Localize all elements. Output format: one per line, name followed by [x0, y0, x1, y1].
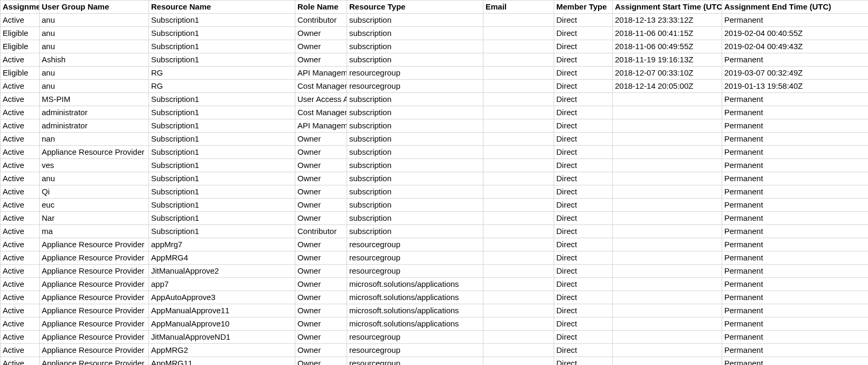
- cell[interactable]: Subscription1: [149, 14, 295, 27]
- cell[interactable]: subscription: [347, 93, 483, 106]
- cell[interactable]: Owner: [295, 53, 347, 67]
- cell[interactable]: RG: [149, 67, 295, 80]
- cell[interactable]: AppMRG11: [149, 357, 295, 366]
- table-row[interactable]: ActivenanSubscription1OwnersubscriptionD…: [1, 133, 869, 146]
- table-row[interactable]: ActiveMS-PIMSubscription1User Access Adm…: [1, 93, 869, 106]
- cell[interactable]: [613, 159, 722, 172]
- cell[interactable]: Subscription1: [149, 106, 295, 119]
- cell[interactable]: Permanent: [722, 238, 869, 251]
- cell[interactable]: subscription: [347, 119, 483, 133]
- cell[interactable]: nan: [40, 133, 149, 146]
- col-assignment[interactable]: Assignment: [1, 1, 40, 14]
- col-resource-type[interactable]: Resource Type: [347, 1, 483, 14]
- cell[interactable]: Active: [1, 199, 40, 212]
- table-row[interactable]: ActiveAppliance Resource Providerapp7Own…: [1, 278, 869, 291]
- cell[interactable]: Permanent: [722, 146, 869, 159]
- cell[interactable]: Permanent: [722, 317, 869, 331]
- cell[interactable]: 2018-11-19 19:16:13Z: [613, 53, 722, 67]
- table-row[interactable]: ActiveAppliance Resource ProviderappMrg7…: [1, 238, 869, 251]
- cell[interactable]: Owner: [295, 27, 347, 40]
- cell[interactable]: Eligible: [1, 67, 40, 80]
- table-row[interactable]: ActivevesSubscription1OwnersubscriptionD…: [1, 159, 869, 172]
- cell[interactable]: AppManualApprove10: [149, 317, 295, 331]
- table-row[interactable]: EligibleanuRGAPI Managementresourcegroup…: [1, 67, 869, 80]
- cell[interactable]: Direct: [554, 278, 613, 291]
- cell[interactable]: [613, 119, 722, 133]
- table-row[interactable]: ActiveQiSubscription1OwnersubscriptionDi…: [1, 185, 869, 199]
- cell[interactable]: Owner: [295, 317, 347, 331]
- cell[interactable]: Permanent: [722, 304, 869, 317]
- cell[interactable]: Active: [1, 93, 40, 106]
- cell[interactable]: Appliance Resource Provider: [40, 251, 149, 265]
- cell[interactable]: resourcegroup: [347, 357, 483, 366]
- cell[interactable]: AppAutoApprove3: [149, 291, 295, 304]
- cell[interactable]: Active: [1, 212, 40, 225]
- table-row[interactable]: ActiveAppliance Resource ProviderAppMRG1…: [1, 357, 869, 366]
- cell[interactable]: Permanent: [722, 265, 869, 278]
- cell[interactable]: [483, 344, 554, 357]
- cell[interactable]: [613, 265, 722, 278]
- cell[interactable]: Active: [1, 304, 40, 317]
- cell[interactable]: Active: [1, 357, 40, 366]
- cell[interactable]: [483, 159, 554, 172]
- cell[interactable]: [483, 80, 554, 93]
- cell[interactable]: Permanent: [722, 93, 869, 106]
- cell[interactable]: [613, 331, 722, 344]
- cell[interactable]: Direct: [554, 199, 613, 212]
- cell[interactable]: Owner: [295, 357, 347, 366]
- cell[interactable]: Cost Management: [295, 80, 347, 93]
- col-assignment-end[interactable]: Assignment End Time (UTC): [722, 1, 869, 14]
- cell[interactable]: Subscription1: [149, 159, 295, 172]
- table-row[interactable]: ActiveanuSubscription1Contributorsubscri…: [1, 14, 869, 27]
- cell[interactable]: Permanent: [722, 53, 869, 67]
- cell[interactable]: [483, 119, 554, 133]
- cell[interactable]: [483, 133, 554, 146]
- cell[interactable]: Owner: [295, 291, 347, 304]
- cell[interactable]: Permanent: [722, 159, 869, 172]
- table-row[interactable]: EligibleanuSubscription1Ownersubscriptio…: [1, 40, 869, 53]
- cell[interactable]: Owner: [295, 304, 347, 317]
- cell[interactable]: microsoft.solutions/applications: [347, 291, 483, 304]
- cell[interactable]: [613, 238, 722, 251]
- cell[interactable]: Permanent: [722, 344, 869, 357]
- cell[interactable]: 2019-02-04 00:49:43Z: [722, 40, 869, 53]
- cell[interactable]: [483, 331, 554, 344]
- cell[interactable]: 2018-11-06 00:49:55Z: [613, 40, 722, 53]
- cell[interactable]: Qi: [40, 185, 149, 199]
- cell[interactable]: Direct: [554, 357, 613, 366]
- cell[interactable]: JitManualApprove2: [149, 265, 295, 278]
- cell[interactable]: [483, 225, 554, 238]
- cell[interactable]: subscription: [347, 106, 483, 119]
- cell[interactable]: Direct: [554, 106, 613, 119]
- cell[interactable]: Permanent: [722, 185, 869, 199]
- cell[interactable]: resourcegroup: [347, 265, 483, 278]
- cell[interactable]: [483, 304, 554, 317]
- cell[interactable]: Direct: [554, 291, 613, 304]
- cell[interactable]: euc: [40, 199, 149, 212]
- cell[interactable]: Eligible: [1, 40, 40, 53]
- cell[interactable]: Direct: [554, 331, 613, 344]
- cell[interactable]: [483, 172, 554, 185]
- cell[interactable]: Permanent: [722, 331, 869, 344]
- cell[interactable]: Owner: [295, 199, 347, 212]
- cell[interactable]: resourcegroup: [347, 251, 483, 265]
- cell[interactable]: JitManualApproveND1: [149, 331, 295, 344]
- cell[interactable]: Active: [1, 53, 40, 67]
- cell[interactable]: [613, 251, 722, 265]
- cell[interactable]: Permanent: [722, 357, 869, 366]
- col-member-type[interactable]: Member Type: [554, 1, 613, 14]
- cell[interactable]: [483, 27, 554, 40]
- cell[interactable]: Active: [1, 278, 40, 291]
- cell[interactable]: Direct: [554, 133, 613, 146]
- cell[interactable]: microsoft.solutions/applications: [347, 304, 483, 317]
- cell[interactable]: [613, 357, 722, 366]
- cell[interactable]: [483, 265, 554, 278]
- cell[interactable]: [613, 212, 722, 225]
- cell[interactable]: [613, 172, 722, 185]
- cell[interactable]: [613, 106, 722, 119]
- cell[interactable]: Appliance Resource Provider: [40, 331, 149, 344]
- cell[interactable]: [613, 225, 722, 238]
- cell[interactable]: AppMRG4: [149, 251, 295, 265]
- cell[interactable]: Active: [1, 119, 40, 133]
- cell[interactable]: Permanent: [722, 172, 869, 185]
